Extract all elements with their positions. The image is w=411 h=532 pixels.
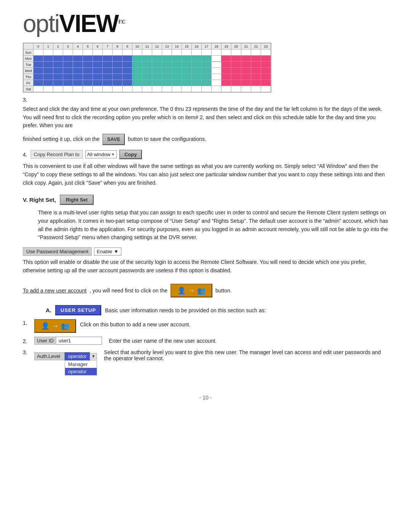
day-mon: Mon	[24, 56, 33, 62]
auth-label: Auth.Level	[34, 352, 65, 360]
row-mon: Mon	[24, 56, 271, 62]
page-footer: - 10 -	[23, 395, 388, 401]
right-set-button[interactable]: Right Set	[60, 195, 94, 205]
item3-text: Select that authority level you want to …	[104, 348, 388, 361]
col-13: 13	[162, 43, 172, 50]
col-11: 11	[142, 43, 152, 50]
row-tue: Tue	[24, 62, 271, 68]
schedule-table: 0 1 2 3 4 5 6 7 8 9 10 11 12 13 14 15 16…	[23, 43, 271, 92]
col-1: 1	[43, 43, 53, 50]
col-4: 4	[73, 43, 83, 50]
logo: optiVIEWinc	[23, 11, 388, 36]
item2-num: 2.	[23, 337, 30, 344]
logo-opti: opti	[23, 10, 59, 37]
logo-view: VIEW	[59, 10, 118, 37]
section3-text: Select and click the day and time at you…	[23, 105, 388, 130]
auth-arrow-icon: ▼	[90, 353, 97, 359]
userid-input[interactable]: user1	[56, 337, 102, 345]
col-0: 0	[33, 43, 43, 50]
usersetup-text: Basic user information needs to be provi…	[105, 307, 266, 313]
auth-container: Auth.Level operator ▼ Manager operator	[34, 352, 97, 375]
rightset-heading: V. Right Set, Right Set	[23, 195, 388, 205]
auth-top[interactable]: operator ▼	[65, 352, 97, 360]
day-wed: Wed	[24, 68, 33, 74]
section4-row: 4. Copy Record Plan to All window ▼ Copy	[23, 150, 388, 159]
col-15: 15	[182, 43, 192, 50]
auth-options: Manager operator	[65, 360, 97, 375]
item1: 1. 👤 → 👥 Click on this button to add a n…	[23, 319, 388, 333]
usersetup-item-label: A.	[46, 307, 51, 313]
col-14: 14	[172, 43, 182, 50]
item1-arrow-icon: →	[52, 322, 59, 330]
arrow-icon: →	[188, 287, 195, 295]
item1-group-icon: 👥	[61, 322, 69, 330]
col-9: 9	[123, 43, 132, 50]
item1-num: 1.	[23, 319, 30, 326]
auth-dropdown-group[interactable]: operator ▼ Manager operator	[65, 352, 97, 375]
col-19: 19	[221, 43, 231, 50]
user-setup-button[interactable]: USER SETUP	[55, 305, 101, 315]
item1-add-button[interactable]: 👤 → 👥	[34, 319, 76, 333]
auth-level-widget: Auth.Level operator ▼ Manager operator	[34, 348, 97, 379]
add-user-row: To add a new user account , you will nee…	[23, 280, 388, 301]
col-21: 21	[241, 43, 251, 50]
rightset-description: There is a multi-level user rights setup…	[38, 209, 388, 242]
add-user-text2: , you will need first to click on the	[89, 288, 167, 294]
col-6: 6	[93, 43, 103, 50]
section3-text1: Select and click the day and time at you…	[23, 106, 382, 128]
schedule-table-container: 0 1 2 3 4 5 6 7 8 9 10 11 12 13 14 15 16…	[23, 43, 271, 93]
page-number: - 10 -	[199, 395, 212, 401]
col-16: 16	[192, 43, 202, 50]
save-button-inline[interactable]: SAVE	[102, 134, 124, 145]
col-17: 17	[202, 43, 212, 50]
person-icon: 👤	[177, 286, 186, 295]
section4-num: 4.	[23, 152, 27, 158]
section4: 4. Copy Record Plan to All window ▼ Copy…	[23, 150, 388, 187]
col-header-day	[24, 43, 33, 50]
pwd-dropdown[interactable]: Enable ▼	[94, 248, 121, 256]
group-icon: 👥	[197, 286, 206, 295]
day-thu: Thu	[24, 74, 33, 80]
day-sun: Sun	[24, 50, 33, 56]
col-18: 18	[212, 43, 221, 50]
dropdown-arrow-icon: ▼	[111, 152, 115, 157]
copy-button[interactable]: Copy	[119, 150, 142, 159]
col-20: 20	[231, 43, 241, 50]
auth-option-operator[interactable]: operator	[65, 368, 97, 375]
col-12: 12	[152, 43, 162, 50]
pwd-value: Enable	[97, 249, 112, 254]
row-sun: Sun	[24, 50, 271, 56]
row-sat: Sat	[24, 86, 271, 92]
add-user-button[interactable]: 👤 → 👥	[170, 284, 212, 297]
copy-plan-label: Copy Record Plan to	[30, 150, 83, 159]
col-2: 2	[53, 43, 63, 50]
day-fri: Fri	[24, 80, 33, 86]
pwd-arrow-icon: ▼	[114, 249, 119, 254]
col-7: 7	[103, 43, 113, 50]
auth-selected: operator	[65, 352, 90, 360]
all-window-dropdown[interactable]: All window ▼	[85, 150, 117, 158]
logo-inc: inc	[118, 18, 125, 25]
pwd-row: Use Password Management Enable ▼	[23, 247, 388, 256]
item1-person-icon: 👤	[41, 322, 49, 330]
col-3: 3	[63, 43, 73, 50]
dropdown-value: All window	[87, 152, 110, 157]
day-sat: Sat	[24, 86, 33, 92]
rightset-heading-text: V. Right Set,	[23, 197, 56, 203]
col-10: 10	[132, 43, 142, 50]
add-user-text1: To add a new user account	[23, 288, 86, 294]
auth-option-manager[interactable]: Manager	[65, 361, 97, 368]
rightset-section: V. Right Set, Right Set There is a multi…	[23, 195, 388, 379]
section3-text2: button to save the configurations.	[128, 136, 206, 142]
userid-label: User ID	[34, 337, 56, 345]
item3-num: 3.	[23, 348, 30, 355]
day-tue: Tue	[24, 62, 33, 68]
item3: 3. Auth.Level operator ▼ Manager operato…	[23, 348, 388, 379]
item2-text: Enter the user name of the new user acco…	[109, 338, 217, 344]
userid-row: User ID user1	[34, 337, 102, 345]
section3-save-row: finished setting it up, click on the SAV…	[23, 134, 388, 145]
pwd-text: This option will enable or disable the u…	[23, 258, 388, 275]
add-user-text3: button.	[215, 288, 232, 294]
item1-text: Click on this button to add a new user a…	[80, 319, 190, 328]
section3-num: 3.	[23, 97, 388, 103]
